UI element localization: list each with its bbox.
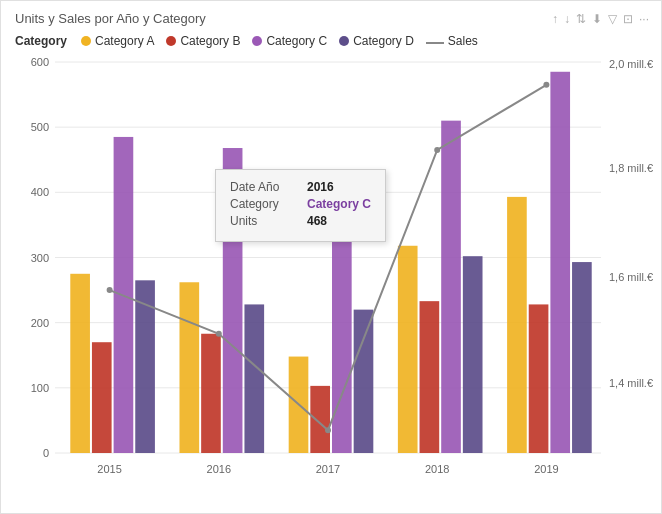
svg-text:200: 200 (31, 317, 49, 329)
legend-dot-sales (426, 42, 444, 44)
expand-icon[interactable]: ⊡ (623, 12, 633, 26)
legend-text-sales: Sales (448, 34, 478, 48)
legend: Category Category A Category B Category … (1, 30, 661, 54)
svg-rect-29 (310, 386, 330, 453)
svg-text:2015: 2015 (97, 463, 121, 475)
svg-text:2016: 2016 (207, 463, 231, 475)
legend-dot-d (339, 36, 349, 46)
svg-text:2,0 mill.€: 2,0 mill.€ (609, 58, 653, 70)
svg-rect-35 (441, 121, 461, 453)
svg-rect-41 (572, 262, 592, 453)
svg-text:1,4 mill.€: 1,4 mill.€ (609, 377, 653, 389)
svg-point-43 (107, 287, 113, 293)
more-icon[interactable]: ··· (639, 12, 649, 26)
svg-rect-26 (244, 304, 264, 453)
legend-item-d: Category D (339, 34, 414, 48)
legend-text-d: Category D (353, 34, 414, 48)
svg-text:300: 300 (31, 252, 49, 264)
svg-text:400: 400 (31, 186, 49, 198)
chart-toolbar: ↑ ↓ ⇅ ⬇ ▽ ⊡ ··· (552, 12, 649, 26)
svg-point-44 (216, 331, 222, 337)
svg-rect-36 (463, 256, 483, 453)
svg-text:2018: 2018 (425, 463, 449, 475)
svg-rect-25 (223, 148, 243, 453)
filter-icon[interactable]: ▽ (608, 12, 617, 26)
svg-rect-31 (354, 310, 374, 453)
svg-rect-34 (420, 301, 440, 453)
svg-text:100: 100 (31, 382, 49, 394)
download-icon[interactable]: ⬇ (592, 12, 602, 26)
svg-text:2019: 2019 (534, 463, 558, 475)
svg-text:600: 600 (31, 56, 49, 68)
legend-item-b: Category B (166, 34, 240, 48)
svg-text:500: 500 (31, 121, 49, 133)
legend-dot-a (81, 36, 91, 46)
legend-dot-b (166, 36, 176, 46)
legend-text-a: Category A (95, 34, 154, 48)
legend-text-b: Category B (180, 34, 240, 48)
svg-rect-23 (179, 282, 199, 453)
svg-point-45 (325, 427, 331, 433)
svg-text:1,8 mill.€: 1,8 mill.€ (609, 162, 653, 174)
svg-point-47 (543, 82, 549, 88)
legend-dot-c (252, 36, 262, 46)
svg-rect-39 (529, 304, 549, 453)
svg-rect-30 (332, 225, 352, 453)
sort-asc-icon[interactable]: ↑ (552, 12, 558, 26)
plot-wrapper: 01002003004005006002,0 mill.€1,8 mill.€1… (55, 54, 601, 477)
svg-text:0: 0 (43, 447, 49, 459)
sort-both-icon[interactable]: ⇅ (576, 12, 586, 26)
svg-rect-33 (398, 246, 418, 453)
legend-text-c: Category C (266, 34, 327, 48)
legend-item-c: Category C (252, 34, 327, 48)
svg-rect-38 (507, 197, 527, 453)
svg-text:2017: 2017 (316, 463, 340, 475)
legend-item-sales: Sales (426, 34, 478, 48)
legend-item-a: Category A (81, 34, 154, 48)
chart-title: Units y Sales por Año y Category (15, 11, 206, 26)
sort-desc-icon[interactable]: ↓ (564, 12, 570, 26)
legend-label: Category (15, 34, 67, 48)
svg-rect-18 (70, 274, 90, 453)
svg-rect-19 (92, 342, 112, 453)
svg-rect-40 (550, 72, 570, 453)
chart-header: Units y Sales por Año y Category ↑ ↓ ⇅ ⬇… (1, 11, 661, 30)
svg-rect-24 (201, 334, 221, 453)
chart-svg: 01002003004005006002,0 mill.€1,8 mill.€1… (55, 54, 601, 477)
svg-text:1,6 mill.€: 1,6 mill.€ (609, 271, 653, 283)
chart-container: Units y Sales por Año y Category ↑ ↓ ⇅ ⬇… (0, 0, 662, 514)
svg-point-46 (434, 147, 440, 153)
